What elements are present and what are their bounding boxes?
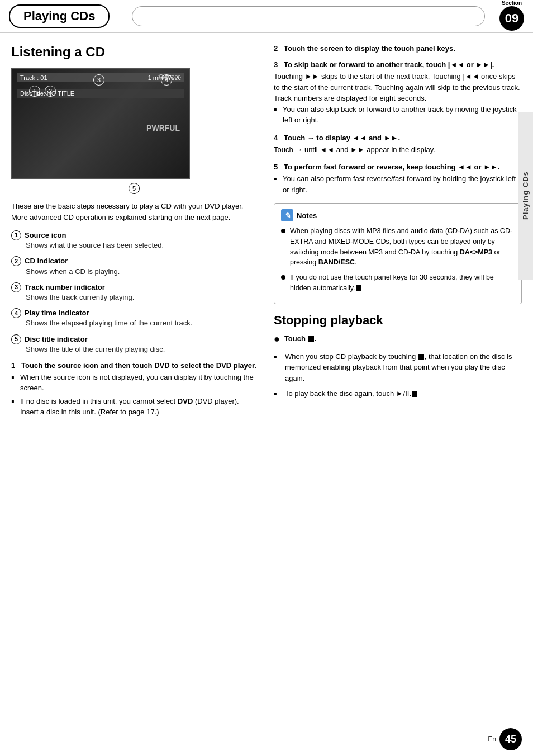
stop-symbol-3 (412, 391, 417, 397)
cd-screen-image: Track : 01 1 min 57sec DiscTitle: NO TIT… (11, 68, 190, 179)
section-label: Section (502, 0, 522, 6)
step-3-title: 3 To skip back or forward to another tra… (274, 60, 522, 69)
callout-number-3: 3 (11, 282, 21, 292)
step-5-bullet: ▪ You can also perform fast reverse/fast… (274, 173, 522, 195)
notes-icon: ✎ (281, 209, 293, 221)
stopping-body-1: ▪ When you stop CD playback by touching … (274, 351, 522, 384)
notes-header: ✎ Notes (281, 209, 515, 221)
notes-item-2: If you do not use the touch panel keys f… (281, 272, 515, 294)
bullet-icon-stop-2: ▪ (274, 387, 280, 400)
left-column: Listening a CD Track : 01 1 min 57sec Di… (0, 39, 268, 430)
notes-bullet-2 (281, 275, 285, 280)
step-1-block: 1 Touch the source icon and then touch D… (11, 361, 257, 418)
section-box: Section 09 (499, 0, 524, 31)
power-label: PWRFUL (146, 124, 180, 133)
callout-5: 5 (129, 183, 140, 194)
source-icon-desc: Shows what the source has been selected. (26, 240, 257, 251)
step-1-bullet-1: ▪ When the source icon is not displayed,… (11, 372, 257, 394)
disc-title-desc: Shows the title of the currently playing… (26, 344, 257, 355)
disc-title-title: Disc title indicator (25, 334, 88, 344)
step-2-title: 2 Touch the screen to display the touch … (274, 44, 522, 53)
callout-number-1: 1 (11, 230, 21, 240)
callout-3: 3 (93, 74, 104, 86)
track-indicator-title: Track number indicator (25, 282, 105, 292)
track-indicator-desc: Shows the track currently playing. (26, 292, 257, 303)
callout-1: 1 (29, 86, 40, 97)
right-column: 2 Touch the screen to display the touch … (268, 39, 533, 430)
stop-symbol-2 (418, 354, 424, 360)
step-3-bullet: ▪ You can also skip back or forward to a… (274, 104, 522, 126)
callout-number-2: 2 (11, 256, 21, 266)
step-3-block: 3 To skip back or forward to another tra… (274, 60, 522, 126)
indicator-list: 1 Source icon Shows what the source has … (11, 230, 257, 355)
indicator-cd: 2 CD indicator Shows when a CD is playin… (11, 256, 257, 276)
dvd-bold: DVD (154, 361, 169, 370)
section-number: 09 (499, 6, 524, 31)
notes-list: When playing discs with MP3 files and au… (281, 226, 515, 294)
notes-box: ✎ Notes When playing discs with MP3 file… (274, 203, 522, 304)
bullet-icon-2: ▪ (11, 395, 18, 408)
step-1-title: 1 Touch the source icon and then touch D… (11, 361, 257, 370)
indicator-source: 1 Source icon Shows what the source has … (11, 230, 257, 251)
vertical-side-label: Playing CDs (518, 112, 533, 280)
stop-symbol-1 (356, 285, 361, 291)
indicator-disc: 5 Disc title indicator Shows the title o… (11, 334, 257, 355)
stopping-body-2: ▪ To play back the disc again, touch ►/I… (274, 388, 522, 400)
step-2-block: 2 Touch the screen to display the touch … (274, 44, 522, 53)
notes-label: Notes (297, 211, 317, 220)
step-5-body: ▪ You can also perform fast reverse/fast… (274, 173, 522, 195)
stop-bullet-dot: ● (274, 332, 280, 347)
bullet-icon-1: ▪ (11, 371, 18, 384)
bullet-icon-4: ▪ (274, 172, 280, 186)
stopping-touch-label: ● Touch . (274, 333, 522, 347)
page-title: Playing CDs (9, 4, 110, 28)
page-number: 45 (499, 728, 522, 750)
indicator-playtime: 4 Play time indicator Shows the elapsed … (11, 308, 257, 328)
footer: En 45 (488, 728, 522, 750)
da-mp3-bold: DA<>MP3 (460, 248, 492, 256)
source-icon-title: Source icon (25, 230, 66, 240)
stopping-section: Stopping playback ● Touch . ▪ When you s… (274, 313, 522, 401)
step-1-bullet-2: ▪ If no disc is loaded in this unit, you… (11, 396, 257, 418)
track-label: Track : 01 (20, 74, 47, 81)
step-4-title: 4 Touch → to display ◄◄ and ►►. (274, 134, 522, 142)
callout-number-4: 4 (11, 308, 21, 318)
cd-indicator-desc: Shows when a CD is playing. (26, 267, 257, 277)
playtime-desc: Shows the elapsed playing time of the cu… (26, 318, 257, 328)
header-right-box (132, 6, 485, 26)
band-esc-bold: BAND/ESC (318, 258, 355, 266)
callout-number-5: 5 (11, 334, 21, 344)
touch-stop-label: Touch . (284, 333, 316, 344)
page-header: Playing CDs Section 09 (0, 0, 533, 33)
indicator-track: 3 Track number indicator Shows the track… (11, 282, 257, 303)
language-label: En (488, 735, 496, 743)
step-4-block: 4 Touch → to display ◄◄ and ►►. Touch → … (274, 134, 522, 155)
dvd-bold-2: DVD (178, 397, 193, 405)
stopping-heading: Stopping playback (274, 313, 522, 328)
callout-4: 4 (161, 74, 172, 86)
bullet-icon-stop-1: ▪ (274, 350, 280, 363)
callout-2: 2 (45, 86, 56, 97)
step-4-body: Touch → until ◄◄ and ►► appear in the di… (274, 144, 522, 155)
disc-title: DiscTitle: NO TITLE (17, 89, 184, 98)
step-5-block: 5 To perform fast forward or reverse, ke… (274, 163, 522, 195)
bullet-icon-3: ▪ (274, 103, 280, 116)
listening-heading: Listening a CD (11, 44, 257, 60)
main-content: Listening a CD Track : 01 1 min 57sec Di… (0, 33, 533, 436)
intro-text: These are the basic steps necessary to p… (11, 201, 257, 223)
notes-bullet-1 (281, 229, 285, 233)
notes-item-1: When playing discs with MP3 files and au… (281, 226, 515, 268)
step-5-title: 5 To perform fast forward or reverse, ke… (274, 163, 522, 171)
step-3-body: Touching ►► skips to the start of the ne… (274, 71, 522, 126)
cd-indicator-title: CD indicator (25, 256, 68, 266)
step-1-body: ▪ When the source icon is not displayed,… (11, 372, 257, 418)
playtime-title: Play time indicator (25, 308, 89, 318)
callout-5-wrapper: 5 (11, 183, 257, 194)
stop-symbol-inline (308, 336, 314, 342)
